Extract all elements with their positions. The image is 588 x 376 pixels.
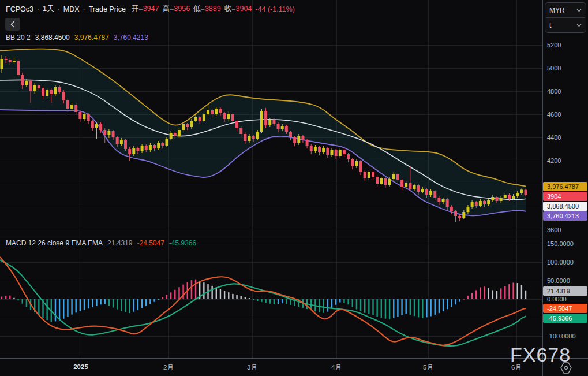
unit-dropdown[interactable]: t — [545, 18, 586, 32]
macd-signal-tag: -45.9366 — [543, 314, 587, 323]
price-axis-tick: 4200 — [547, 157, 561, 164]
bb-indicator-legend[interactable]: BB 20 2 3,868.4500 3,976.4787 3,760.4213 — [6, 33, 148, 42]
ohlc-open: 开=3947 — [132, 4, 159, 14]
macd-label: MACD 12 26 close 9 EMA EMA — [6, 239, 103, 247]
price-axis-tick: 5000 — [547, 65, 561, 72]
separator-dot: · — [58, 5, 60, 13]
price-axis-tick: 3600 — [547, 226, 561, 233]
time-axis-tick: 3月 — [247, 363, 257, 372]
macd-axis-tick: -100.0000 — [547, 333, 576, 340]
time-axis-tick: 4月 — [331, 363, 342, 372]
chart-legend-main: FCPOc3 · 1天 · MDX · Trade Price 开=3947 高… — [6, 4, 295, 14]
last-price-tag: 3904 — [543, 192, 587, 201]
price-axis-tick: 5200 — [547, 42, 561, 49]
chevron-down-icon — [576, 24, 582, 27]
trading-chart-app: { "header": { "symbol": "FCPOc3", "separ… — [0, 0, 588, 376]
exchange-label: MDX — [63, 5, 80, 13]
time-axis-tick: 2025 — [73, 363, 88, 370]
price-axis-tick: 4400 — [547, 134, 561, 141]
macd-line-value: -24.5047 — [137, 239, 164, 247]
chart-canvas[interactable] — [0, 0, 588, 376]
bb-label: BB 20 2 — [6, 33, 31, 42]
macd-axis-tick: 0.0000 — [547, 296, 567, 303]
macd-signal-value: -45.9366 — [169, 239, 196, 247]
time-axis-tick: 2月 — [163, 363, 174, 372]
currency-dropdown[interactable]: MYR — [545, 3, 586, 17]
bb-basis-value: 3,868.4500 — [35, 33, 70, 42]
scale-settings-box: MYR t — [545, 2, 586, 33]
symbol-name[interactable]: FCPOc3 — [6, 5, 33, 13]
unit-value: t — [549, 21, 551, 29]
chevron-left-icon — [10, 21, 15, 28]
macd-hist-tag: 21.4319 — [543, 286, 587, 296]
price-axis-tick: 4600 — [547, 111, 561, 118]
macd-hist-value: 21.4319 — [107, 239, 132, 247]
bb-lower-value: 3,760.4213 — [114, 33, 148, 42]
macd-axis-tick: 50.0000 — [547, 277, 570, 284]
interval-label[interactable]: 1天 — [43, 4, 54, 14]
separator-dot: · — [37, 5, 39, 13]
price-axis-tick: 4800 — [547, 88, 561, 95]
bollinger-fill — [0, 49, 526, 215]
ohlc-close: 收=3904 — [224, 4, 252, 14]
macd-line-tag: -24.5047 — [543, 304, 587, 313]
time-axis-tick: 5月 — [423, 363, 433, 372]
bb-upper-tag: 3,976.4787 — [543, 182, 587, 191]
macd-axis-tick: 150.0000 — [547, 240, 574, 247]
macd-histogram — [1, 280, 526, 322]
ohlc-low: 低=3889 — [193, 4, 221, 14]
bb-upper-value: 3,976.4787 — [74, 33, 109, 42]
bb-lower-tag: 3,760.4213 — [543, 211, 587, 221]
price-type-label: Trade Price — [89, 5, 126, 13]
bb-basis-tag: 3,868.4500 — [543, 202, 587, 211]
separator-dot: · — [83, 5, 85, 13]
macd-indicator-legend[interactable]: MACD 12 26 close 9 EMA EMA 21.4319 -24.5… — [6, 239, 196, 247]
currency-value: MYR — [549, 6, 565, 14]
macd-axis-tick: 100.0000 — [547, 259, 574, 266]
ohlc-high: 高=3956 — [162, 4, 190, 14]
change-value: -44 (-1.11%) — [255, 5, 295, 13]
hexagon-logo-icon[interactable] — [559, 362, 573, 376]
back-button[interactable] — [5, 18, 20, 31]
chevron-down-icon — [576, 9, 582, 12]
